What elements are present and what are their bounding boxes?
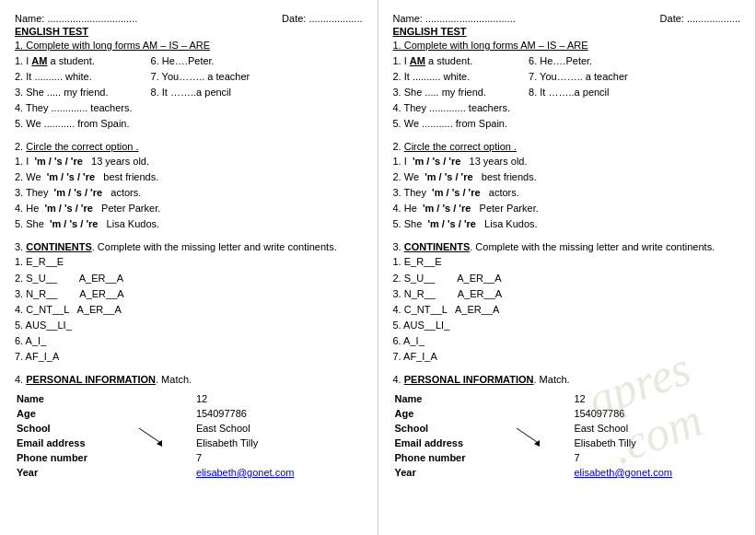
- right-match-value-school: East School: [574, 422, 739, 435]
- right-s2-num: 2.: [393, 141, 404, 152]
- right-s1-item-5: 5. We ........... from Spain.: [393, 116, 511, 132]
- right-arrow-icon: [512, 424, 549, 449]
- left-section3-heading: 3. CONTINENTS. Complete with the missing…: [15, 241, 363, 252]
- left-s3-i2: 2. S_U__ A_ER__A: [15, 271, 124, 286]
- right-email-link[interactable]: elisabeth@gonet.com: [574, 467, 672, 478]
- right-s3-i5: 5. AUS__LI_: [393, 318, 741, 333]
- left-section1-instruction: 1. Complete with long forms AM – IS – AR…: [15, 40, 363, 51]
- left-section4: 4. PERSONAL INFORMATION. Match. Name 12 …: [15, 374, 363, 481]
- left-s1-item-5: 5. We ........... from Spain.: [15, 116, 133, 132]
- left-arrow-icon: [134, 424, 171, 449]
- left-section1: ENGLISH TEST 1. Complete with long forms…: [15, 26, 363, 132]
- right-section1: ENGLISH TEST 1. Complete with long forms…: [393, 26, 741, 132]
- right-s2-opt-2: 'm / 's / 're: [425, 171, 472, 182]
- right-match-row-name: Name 12: [395, 392, 739, 405]
- left-match-label-year: Year: [17, 466, 137, 479]
- right-match-row-year: Year elisabeth@gonet.com: [395, 466, 739, 479]
- left-s3-items: 1. E_R__E 2. S_U__ A_ER__A 3. N_R__ A_ER…: [15, 254, 124, 364]
- right-s1-item-2: 2. It .......... white.: [393, 69, 511, 85]
- left-s1-item-1: 1. I AM a student.: [15, 53, 133, 69]
- right-s2-opt-3: 'm / 's / 're: [432, 187, 480, 198]
- right-match-row-email-addr: Email address Elisabeth Tilly: [395, 436, 739, 449]
- right-s3-i4: 4. C_NT__L A_ER__A: [393, 302, 741, 318]
- right-match-row-age: Age 154097786: [395, 407, 739, 420]
- right-s1-r3: 8. It ……..a pencil: [529, 85, 628, 100]
- right-section1-items: 1. I AM a student. 2. It .......... whit…: [393, 53, 511, 132]
- right-s2-opt-4: 'm / 's / 're: [423, 203, 471, 214]
- left-email-link[interactable]: elisabeth@gonet.com: [196, 467, 295, 478]
- right-s1-item-1: 1. I AM a student.: [393, 53, 511, 69]
- left-s1-item-4: 4. They ............. teachers.: [15, 100, 133, 116]
- left-match-label-phone: Phone number: [17, 451, 137, 464]
- left-s1-r3: 8. It ……..a pencil: [151, 85, 250, 100]
- left-match-row-year: Year elisabeth@gonet.com: [17, 466, 361, 479]
- right-s3-items: 1. E_R__E 2. S_U__ A_ER__A 3. N_R__ A_ER…: [393, 254, 741, 364]
- left-name-label: Name: ................................: [15, 13, 137, 24]
- left-section4-heading: 4. PERSONAL INFORMATION. Match.: [15, 374, 363, 385]
- right-section4: 4. PERSONAL INFORMATION. Match. Name 12 …: [393, 374, 741, 481]
- right-section4-heading: 4. PERSONAL INFORMATION. Match.: [393, 374, 741, 385]
- left-s2-opt-3: 'm / 's / 're: [54, 187, 102, 198]
- right-match-label-email-addr: Email address: [395, 436, 516, 449]
- right-s3-i7: 7. AF_I_A: [393, 349, 741, 365]
- right-match-value-age: 154097786: [574, 407, 739, 420]
- left-section1-title: ENGLISH TEST: [15, 26, 363, 37]
- left-section1-right: 6. He….Peter. 7. You…….. a teacher 8. It…: [151, 53, 250, 132]
- right-s3-subtitle: . Complete with the missing letter and w…: [470, 241, 715, 252]
- left-match-label-name: Name: [17, 392, 137, 405]
- right-header: Name: ................................ D…: [393, 13, 741, 24]
- left-column: Name: ................................ D…: [0, 0, 378, 535]
- left-match-row-age: Age 154097786: [17, 407, 361, 420]
- right-match-label-school: School: [395, 422, 516, 435]
- left-match-label-email-addr: Email address: [17, 436, 137, 449]
- right-section1-title: ENGLISH TEST: [393, 26, 741, 37]
- right-match-table: Name 12 Age 154097786 School East School: [393, 390, 741, 481]
- left-header: Name: ................................ D…: [15, 13, 363, 24]
- right-s3-i6: 6. A_I_: [393, 333, 741, 349]
- left-match-row-email-addr: Email address Elisabeth Tilly: [17, 436, 361, 449]
- left-match-row-phone: Phone number 7: [17, 451, 361, 464]
- right-am-text: AM: [410, 55, 425, 66]
- left-match-value-school: East School: [196, 422, 361, 435]
- right-s2-item-3: 3. They 'm / 's / 're actors.: [393, 185, 741, 201]
- right-section3: 3. CONTINENTS. Complete with the missing…: [393, 241, 741, 364]
- right-section1-right: 6. He….Peter. 7. You…….. a teacher 8. It…: [529, 53, 628, 132]
- right-match-value-email-addr: Elisabeth Tilly: [574, 436, 739, 449]
- right-match-value-phone: 7: [574, 451, 739, 464]
- left-s2-item-4: 4. He 'm / 's / 're Peter Parker.: [15, 201, 363, 216]
- left-s4-sub: . Match.: [156, 374, 192, 385]
- left-s3-i7: 7. AF_I_A: [15, 349, 124, 365]
- left-match-row-school: School East School: [17, 422, 361, 435]
- left-match-label-school: School: [17, 422, 137, 435]
- left-section2-heading: 2. Circle the correct option .: [15, 141, 363, 152]
- left-match-value-age: 154097786: [196, 407, 361, 420]
- right-s4-sub: . Match.: [534, 374, 570, 385]
- right-s3-i3: 3. N_R__ A_ER__A: [393, 286, 741, 302]
- left-match-row-name: Name 12: [17, 392, 361, 405]
- right-s2-item-1: 1. I 'm / 's / 're 13 years old.: [393, 154, 741, 169]
- left-s2-item-3: 3. They 'm / 's / 're actors.: [15, 185, 363, 201]
- left-s2-opt-2: 'm / 's / 're: [47, 171, 95, 182]
- right-s2-item-4: 4. He 'm / 's / 're Peter Parker.: [393, 201, 741, 216]
- right-match-label-name: Name: [395, 392, 516, 405]
- right-section2-heading: 2. Circle the correct option .: [393, 141, 741, 152]
- left-s3-num: 3.: [15, 241, 26, 252]
- left-s1-item-3: 3. She ..... my friend.: [15, 85, 133, 100]
- left-match-table: Name 12 Age 154097786 School East School: [15, 390, 363, 481]
- left-section1-items: 1. I AM a student. 2. It .......... whit…: [15, 53, 133, 132]
- svg-line-0: [139, 428, 162, 444]
- right-s2-item-5: 5. She 'm / 's / 're Lisa Kudos.: [393, 216, 741, 232]
- left-s2-opt-4: 'm / 's / 're: [44, 203, 92, 214]
- right-name-label: Name: ................................: [393, 13, 516, 24]
- left-s2-opt-5: 'm / 's / 're: [50, 218, 98, 229]
- left-s4-title: PERSONAL INFORMATION: [26, 374, 156, 385]
- left-s3-i6: 6. A_I_: [15, 333, 124, 349]
- left-s4-num: 4.: [15, 374, 26, 385]
- right-column: Name: ................................ D…: [378, 0, 757, 535]
- left-s2-item-1: 1. I 'm / 's / 're 13 years old.: [15, 154, 363, 169]
- left-match-label-age: Age: [17, 407, 137, 420]
- left-s3-i5: 5. AUS__LI_: [15, 318, 124, 333]
- left-s3-i1: 1. E_R__E: [15, 254, 124, 270]
- left-am-text: AM: [31, 55, 47, 66]
- right-match-label-age: Age: [395, 407, 516, 420]
